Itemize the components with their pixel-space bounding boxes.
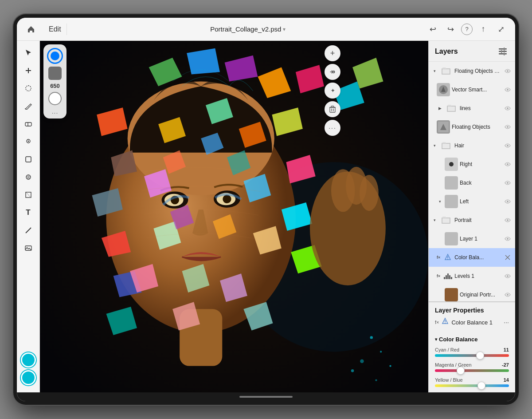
layer-item-hair-group[interactable]: ▾ Hair (429, 136, 515, 155)
header: Edit Portrait_Collage_v2.psd ▾ ↩ ↪ ? ↑ ⤢ (17, 18, 515, 41)
eraser-tool[interactable] (20, 115, 37, 132)
layer-visibility-toggle[interactable] (503, 178, 512, 188)
marquee-tool[interactable] (20, 80, 37, 97)
magenta-green-thumb[interactable] (457, 367, 465, 375)
link-layers-button[interactable] (325, 64, 340, 80)
svg-rect-67 (330, 107, 335, 112)
layers-panel-options-icon[interactable] (497, 45, 509, 58)
svg-point-87 (507, 219, 509, 221)
fx-badge: f× (437, 274, 440, 278)
cyan-red-slider[interactable] (435, 354, 509, 357)
svg-point-76 (507, 70, 509, 72)
layer-visibility-toggle[interactable] (503, 66, 512, 76)
layer-visibility-toggle[interactable] (503, 215, 512, 225)
cyan-red-thumb[interactable] (476, 352, 484, 360)
svg-point-95 (507, 294, 509, 296)
select-tool[interactable] (20, 44, 37, 61)
canvas-background[interactable] (40, 41, 428, 392)
color-balance-collapse-icon[interactable]: ▾ (435, 337, 437, 342)
layer-item-floating-objects-group[interactable]: ▾ Floating Objects (alway... (429, 62, 515, 80)
svg-point-64 (389, 365, 391, 367)
background-color-tool[interactable] (21, 370, 36, 385)
expand-icon[interactable]: ▾ (431, 68, 438, 74)
magenta-green-slider-row: Magenta / Green -27 (435, 362, 509, 372)
expand-icon[interactable]: ▾ (437, 198, 443, 205)
layer-item-vector-smart[interactable]: Vector Smart... (429, 80, 515, 99)
help-button[interactable]: ? (461, 24, 473, 35)
type-tool[interactable]: T (20, 204, 37, 221)
layer-item-lines-group[interactable]: ▶ lines (429, 99, 515, 118)
brush-more-options[interactable]: ... (52, 108, 59, 115)
magenta-green-label: Magenta / Green (435, 362, 472, 368)
layer-item-levels[interactable]: f× Levels 1 (429, 267, 515, 285)
svg-point-86 (507, 201, 509, 202)
layer-item-color-balance[interactable]: f× Color Bala... (429, 248, 515, 267)
crop-tool[interactable] (20, 151, 37, 168)
layer-props-more-button[interactable]: ··· (504, 319, 509, 326)
magenta-green-slider[interactable] (435, 369, 509, 372)
layer-visibility-toggle[interactable] (503, 197, 512, 206)
add-tool[interactable] (20, 62, 37, 79)
color-balance-header[interactable]: ▾ Color Balance (435, 336, 509, 343)
layer-visibility-toggle[interactable] (503, 290, 512, 300)
transform-tool[interactable] (20, 186, 37, 203)
layer-item-floating-objects[interactable]: Floating Objects (429, 118, 515, 136)
layer-visibility-toggle[interactable] (503, 85, 512, 95)
layer-visibility-toggle[interactable] (503, 253, 512, 262)
brush-stamp-tool[interactable] (48, 92, 62, 105)
yellow-blue-thumb[interactable] (477, 382, 485, 390)
title-dropdown-icon[interactable]: ▾ (283, 26, 286, 32)
add-layer-button[interactable]: + (325, 45, 340, 61)
expand-icon[interactable]: ▾ (431, 142, 438, 149)
layer-properties-title: Layer Properties (435, 307, 509, 314)
layer-thumbnail (445, 176, 458, 190)
layer-item-layer1[interactable]: ▾ Layer 1 (429, 229, 515, 248)
line-tool[interactable] (20, 222, 37, 239)
brush-tool[interactable] (20, 98, 37, 115)
brush-shape-selector[interactable] (48, 67, 62, 80)
expand-button[interactable]: ⤢ (494, 22, 508, 36)
layer-item-original-portrait[interactable]: ▾ Original Portr... (429, 285, 515, 301)
layer-props-name: Color Balance 1 (451, 319, 501, 326)
svg-rect-73 (504, 47, 505, 51)
photo-tool[interactable] (20, 240, 37, 257)
stamp-tool[interactable] (20, 133, 37, 150)
layer-props-fx-label: f× (435, 320, 439, 325)
bar-chart-icon (444, 273, 452, 279)
home-button[interactable] (24, 22, 38, 36)
layer-item-left[interactable]: ▾ Left (429, 192, 515, 211)
layer-visibility-toggle[interactable] (503, 141, 512, 150)
undo-button[interactable]: ↩ (426, 22, 440, 36)
layer-visibility-toggle[interactable] (503, 234, 512, 244)
clone-tool[interactable] (20, 169, 37, 186)
layer-visibility-toggle[interactable] (503, 103, 512, 113)
home-indicator (239, 396, 293, 398)
canvas-area: 650 ... (40, 41, 428, 392)
layer-visibility-toggle[interactable] (503, 159, 512, 169)
svg-point-78 (507, 89, 509, 91)
foreground-color-tool[interactable] (21, 352, 36, 368)
layer-name: Layer 1 (460, 236, 501, 242)
edit-menu[interactable]: Edit (43, 24, 67, 35)
expand-icon[interactable]: ▶ (437, 105, 443, 111)
layer-visibility-toggle[interactable] (503, 122, 512, 132)
svg-point-62 (380, 351, 382, 352)
layer-item-back[interactable]: ▾ Back (429, 174, 515, 192)
share-button[interactable]: ↑ (476, 22, 490, 36)
expand-icon[interactable]: ▾ (431, 217, 438, 223)
svg-line-8 (26, 192, 31, 198)
layer-item-portrait-group[interactable]: ▾ Portrait (429, 211, 515, 229)
fx-button[interactable]: ✦ (325, 83, 340, 99)
layers-list[interactable]: ▾ Floating Objects (alway... (429, 62, 515, 301)
redo-button[interactable]: ↪ (443, 22, 458, 36)
more-options-button[interactable]: ··· (325, 120, 340, 136)
layer-name: Floating Objects (452, 124, 501, 130)
svg-rect-75 (504, 52, 505, 55)
delete-layer-button[interactable] (325, 101, 340, 117)
svg-point-60 (360, 175, 379, 211)
layer-visibility-toggle[interactable] (503, 271, 512, 281)
svg-point-88 (507, 238, 509, 240)
layer-item-right[interactable]: ▾ Right (429, 155, 515, 174)
brush-tip-selector[interactable] (47, 48, 63, 64)
yellow-blue-slider[interactable] (435, 384, 509, 387)
